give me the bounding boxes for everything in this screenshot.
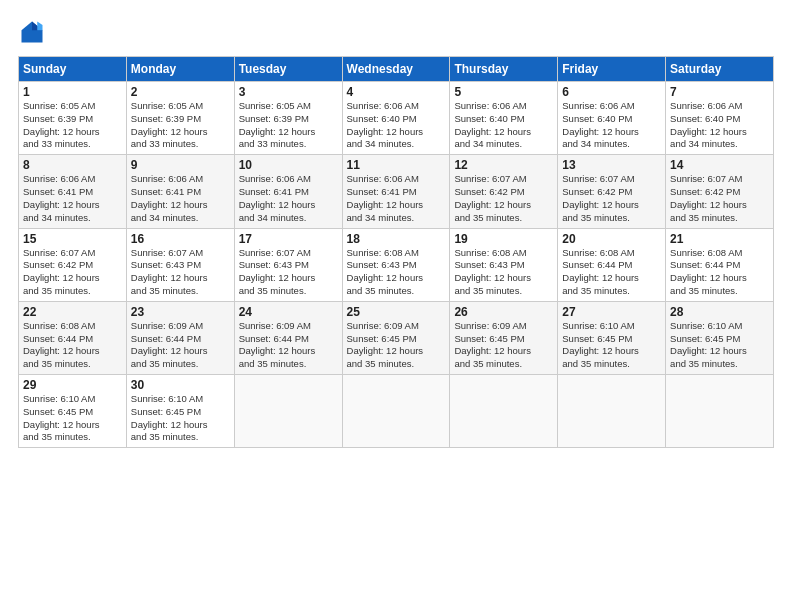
day-number: 9 — [131, 158, 230, 172]
calendar-cell: 7Sunrise: 6:06 AMSunset: 6:40 PMDaylight… — [666, 82, 774, 155]
day-number: 22 — [23, 305, 122, 319]
day-number: 18 — [347, 232, 446, 246]
header — [18, 18, 774, 46]
day-info: Sunrise: 6:09 AMSunset: 6:45 PMDaylight:… — [454, 320, 553, 371]
day-info: Sunrise: 6:07 AMSunset: 6:42 PMDaylight:… — [23, 247, 122, 298]
day-info: Sunrise: 6:07 AMSunset: 6:42 PMDaylight:… — [454, 173, 553, 224]
day-info: Sunrise: 6:07 AMSunset: 6:43 PMDaylight:… — [239, 247, 338, 298]
calendar-table: Sunday Monday Tuesday Wednesday Thursday… — [18, 56, 774, 448]
calendar-cell: 17Sunrise: 6:07 AMSunset: 6:43 PMDayligh… — [234, 228, 342, 301]
calendar-cell: 4Sunrise: 6:06 AMSunset: 6:40 PMDaylight… — [342, 82, 450, 155]
day-info: Sunrise: 6:06 AMSunset: 6:41 PMDaylight:… — [347, 173, 446, 224]
day-info: Sunrise: 6:09 AMSunset: 6:44 PMDaylight:… — [239, 320, 338, 371]
day-number: 23 — [131, 305, 230, 319]
day-info: Sunrise: 6:05 AMSunset: 6:39 PMDaylight:… — [23, 100, 122, 151]
day-info: Sunrise: 6:10 AMSunset: 6:45 PMDaylight:… — [670, 320, 769, 371]
day-number: 30 — [131, 378, 230, 392]
calendar-body: 1Sunrise: 6:05 AMSunset: 6:39 PMDaylight… — [19, 82, 774, 448]
calendar-cell: 21Sunrise: 6:08 AMSunset: 6:44 PMDayligh… — [666, 228, 774, 301]
calendar-cell: 6Sunrise: 6:06 AMSunset: 6:40 PMDaylight… — [558, 82, 666, 155]
calendar-cell: 19Sunrise: 6:08 AMSunset: 6:43 PMDayligh… — [450, 228, 558, 301]
day-info: Sunrise: 6:10 AMSunset: 6:45 PMDaylight:… — [131, 393, 230, 444]
day-info: Sunrise: 6:08 AMSunset: 6:44 PMDaylight:… — [670, 247, 769, 298]
day-number: 3 — [239, 85, 338, 99]
calendar-cell — [450, 375, 558, 448]
col-tuesday: Tuesday — [234, 57, 342, 82]
page: Sunday Monday Tuesday Wednesday Thursday… — [0, 0, 792, 612]
day-number: 4 — [347, 85, 446, 99]
calendar-cell: 2Sunrise: 6:05 AMSunset: 6:39 PMDaylight… — [126, 82, 234, 155]
calendar-cell: 1Sunrise: 6:05 AMSunset: 6:39 PMDaylight… — [19, 82, 127, 155]
calendar-cell: 18Sunrise: 6:08 AMSunset: 6:43 PMDayligh… — [342, 228, 450, 301]
day-number: 11 — [347, 158, 446, 172]
day-number: 25 — [347, 305, 446, 319]
calendar-cell: 5Sunrise: 6:06 AMSunset: 6:40 PMDaylight… — [450, 82, 558, 155]
calendar-cell: 8Sunrise: 6:06 AMSunset: 6:41 PMDaylight… — [19, 155, 127, 228]
day-number: 21 — [670, 232, 769, 246]
calendar-cell: 12Sunrise: 6:07 AMSunset: 6:42 PMDayligh… — [450, 155, 558, 228]
calendar-cell: 27Sunrise: 6:10 AMSunset: 6:45 PMDayligh… — [558, 301, 666, 374]
calendar-cell: 14Sunrise: 6:07 AMSunset: 6:42 PMDayligh… — [666, 155, 774, 228]
calendar-cell: 16Sunrise: 6:07 AMSunset: 6:43 PMDayligh… — [126, 228, 234, 301]
day-number: 17 — [239, 232, 338, 246]
calendar-cell: 28Sunrise: 6:10 AMSunset: 6:45 PMDayligh… — [666, 301, 774, 374]
calendar-cell: 11Sunrise: 6:06 AMSunset: 6:41 PMDayligh… — [342, 155, 450, 228]
calendar-cell: 23Sunrise: 6:09 AMSunset: 6:44 PMDayligh… — [126, 301, 234, 374]
calendar-week-row: 29Sunrise: 6:10 AMSunset: 6:45 PMDayligh… — [19, 375, 774, 448]
calendar-cell: 24Sunrise: 6:09 AMSunset: 6:44 PMDayligh… — [234, 301, 342, 374]
day-info: Sunrise: 6:10 AMSunset: 6:45 PMDaylight:… — [23, 393, 122, 444]
day-info: Sunrise: 6:08 AMSunset: 6:44 PMDaylight:… — [562, 247, 661, 298]
day-number: 8 — [23, 158, 122, 172]
day-number: 13 — [562, 158, 661, 172]
day-info: Sunrise: 6:05 AMSunset: 6:39 PMDaylight:… — [239, 100, 338, 151]
day-number: 12 — [454, 158, 553, 172]
day-info: Sunrise: 6:09 AMSunset: 6:44 PMDaylight:… — [131, 320, 230, 371]
logo — [18, 18, 50, 46]
day-info: Sunrise: 6:08 AMSunset: 6:43 PMDaylight:… — [347, 247, 446, 298]
day-info: Sunrise: 6:07 AMSunset: 6:43 PMDaylight:… — [131, 247, 230, 298]
day-info: Sunrise: 6:06 AMSunset: 6:41 PMDaylight:… — [23, 173, 122, 224]
day-info: Sunrise: 6:06 AMSunset: 6:40 PMDaylight:… — [562, 100, 661, 151]
day-info: Sunrise: 6:07 AMSunset: 6:42 PMDaylight:… — [670, 173, 769, 224]
day-number: 20 — [562, 232, 661, 246]
day-info: Sunrise: 6:08 AMSunset: 6:43 PMDaylight:… — [454, 247, 553, 298]
day-number: 7 — [670, 85, 769, 99]
day-number: 14 — [670, 158, 769, 172]
day-number: 24 — [239, 305, 338, 319]
day-info: Sunrise: 6:06 AMSunset: 6:40 PMDaylight:… — [347, 100, 446, 151]
day-info: Sunrise: 6:07 AMSunset: 6:42 PMDaylight:… — [562, 173, 661, 224]
col-wednesday: Wednesday — [342, 57, 450, 82]
calendar-cell — [342, 375, 450, 448]
day-info: Sunrise: 6:06 AMSunset: 6:41 PMDaylight:… — [239, 173, 338, 224]
day-number: 16 — [131, 232, 230, 246]
day-info: Sunrise: 6:06 AMSunset: 6:40 PMDaylight:… — [670, 100, 769, 151]
calendar-cell: 30Sunrise: 6:10 AMSunset: 6:45 PMDayligh… — [126, 375, 234, 448]
calendar-cell: 25Sunrise: 6:09 AMSunset: 6:45 PMDayligh… — [342, 301, 450, 374]
day-info: Sunrise: 6:08 AMSunset: 6:44 PMDaylight:… — [23, 320, 122, 371]
day-number: 10 — [239, 158, 338, 172]
calendar-cell — [666, 375, 774, 448]
generalblue-logo-icon — [18, 18, 46, 46]
calendar-cell: 29Sunrise: 6:10 AMSunset: 6:45 PMDayligh… — [19, 375, 127, 448]
day-info: Sunrise: 6:05 AMSunset: 6:39 PMDaylight:… — [131, 100, 230, 151]
calendar-cell: 10Sunrise: 6:06 AMSunset: 6:41 PMDayligh… — [234, 155, 342, 228]
calendar-cell: 9Sunrise: 6:06 AMSunset: 6:41 PMDaylight… — [126, 155, 234, 228]
calendar-week-row: 1Sunrise: 6:05 AMSunset: 6:39 PMDaylight… — [19, 82, 774, 155]
day-number: 26 — [454, 305, 553, 319]
calendar-cell: 22Sunrise: 6:08 AMSunset: 6:44 PMDayligh… — [19, 301, 127, 374]
day-number: 5 — [454, 85, 553, 99]
calendar-week-row: 8Sunrise: 6:06 AMSunset: 6:41 PMDaylight… — [19, 155, 774, 228]
calendar-cell — [234, 375, 342, 448]
col-thursday: Thursday — [450, 57, 558, 82]
col-saturday: Saturday — [666, 57, 774, 82]
calendar-week-row: 15Sunrise: 6:07 AMSunset: 6:42 PMDayligh… — [19, 228, 774, 301]
header-row: Sunday Monday Tuesday Wednesday Thursday… — [19, 57, 774, 82]
calendar-cell: 3Sunrise: 6:05 AMSunset: 6:39 PMDaylight… — [234, 82, 342, 155]
calendar-header: Sunday Monday Tuesday Wednesday Thursday… — [19, 57, 774, 82]
day-number: 19 — [454, 232, 553, 246]
calendar-week-row: 22Sunrise: 6:08 AMSunset: 6:44 PMDayligh… — [19, 301, 774, 374]
calendar-cell: 20Sunrise: 6:08 AMSunset: 6:44 PMDayligh… — [558, 228, 666, 301]
day-number: 28 — [670, 305, 769, 319]
day-number: 2 — [131, 85, 230, 99]
col-monday: Monday — [126, 57, 234, 82]
